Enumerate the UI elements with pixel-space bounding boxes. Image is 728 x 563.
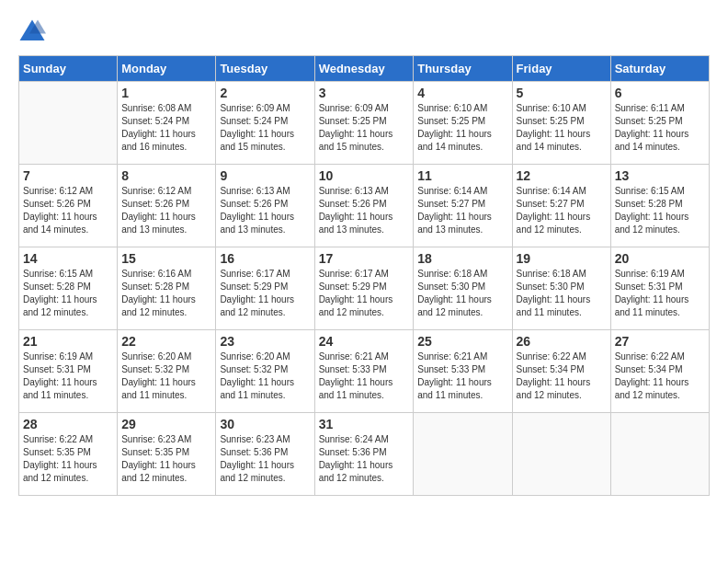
day-number: 26 bbox=[517, 334, 607, 349]
day-number: 8 bbox=[121, 168, 211, 183]
day-number: 4 bbox=[417, 86, 507, 100]
calendar-cell: 26Sunrise: 6:22 AM Sunset: 5:34 PM Dayli… bbox=[512, 330, 610, 413]
day-number: 25 bbox=[417, 334, 507, 349]
calendar-cell bbox=[414, 413, 512, 496]
day-number: 1 bbox=[121, 86, 211, 100]
day-info: Sunrise: 6:21 AM Sunset: 5:33 PM Dayligh… bbox=[319, 350, 410, 402]
day-number: 3 bbox=[319, 86, 410, 100]
calendar-cell: 25Sunrise: 6:21 AM Sunset: 5:33 PM Dayli… bbox=[414, 330, 512, 413]
logo bbox=[18, 18, 50, 46]
day-info: Sunrise: 6:13 AM Sunset: 5:26 PM Dayligh… bbox=[319, 185, 410, 236]
page-header bbox=[18, 18, 710, 46]
day-number: 20 bbox=[615, 251, 705, 266]
day-info: Sunrise: 6:22 AM Sunset: 5:34 PM Dayligh… bbox=[517, 350, 607, 402]
day-number: 31 bbox=[319, 417, 410, 431]
day-info: Sunrise: 6:21 AM Sunset: 5:33 PM Dayligh… bbox=[417, 350, 507, 402]
calendar-cell: 5Sunrise: 6:10 AM Sunset: 5:25 PM Daylig… bbox=[512, 82, 610, 165]
day-info: Sunrise: 6:19 AM Sunset: 5:31 PM Dayligh… bbox=[23, 350, 113, 402]
calendar-cell: 2Sunrise: 6:09 AM Sunset: 5:24 PM Daylig… bbox=[216, 82, 314, 165]
day-info: Sunrise: 6:17 AM Sunset: 5:29 PM Dayligh… bbox=[220, 268, 310, 319]
day-info: Sunrise: 6:17 AM Sunset: 5:29 PM Dayligh… bbox=[319, 268, 410, 319]
day-number: 6 bbox=[615, 86, 705, 100]
day-info: Sunrise: 6:23 AM Sunset: 5:35 PM Dayligh… bbox=[121, 433, 211, 485]
day-number: 7 bbox=[23, 168, 113, 183]
calendar-cell: 31Sunrise: 6:24 AM Sunset: 5:36 PM Dayli… bbox=[314, 413, 414, 496]
day-info: Sunrise: 6:24 AM Sunset: 5:36 PM Dayligh… bbox=[319, 433, 410, 485]
calendar-cell: 12Sunrise: 6:14 AM Sunset: 5:27 PM Dayli… bbox=[512, 165, 610, 247]
header-day-friday: Friday bbox=[512, 56, 610, 82]
calendar-cell: 24Sunrise: 6:21 AM Sunset: 5:33 PM Dayli… bbox=[314, 330, 414, 413]
day-info: Sunrise: 6:12 AM Sunset: 5:26 PM Dayligh… bbox=[121, 185, 211, 236]
calendar-week-4: 21Sunrise: 6:19 AM Sunset: 5:31 PM Dayli… bbox=[19, 330, 710, 413]
calendar-cell: 29Sunrise: 6:23 AM Sunset: 5:35 PM Dayli… bbox=[118, 413, 216, 496]
day-info: Sunrise: 6:22 AM Sunset: 5:35 PM Dayligh… bbox=[23, 433, 113, 485]
calendar-cell: 18Sunrise: 6:18 AM Sunset: 5:30 PM Dayli… bbox=[414, 247, 512, 330]
calendar-header: SundayMondayTuesdayWednesdayThursdayFrid… bbox=[19, 56, 710, 82]
day-info: Sunrise: 6:15 AM Sunset: 5:28 PM Dayligh… bbox=[23, 268, 113, 319]
day-info: Sunrise: 6:18 AM Sunset: 5:30 PM Dayligh… bbox=[517, 268, 607, 319]
day-number: 28 bbox=[23, 417, 113, 431]
day-number: 22 bbox=[121, 334, 211, 349]
day-number: 30 bbox=[220, 417, 310, 431]
calendar-cell: 20Sunrise: 6:19 AM Sunset: 5:31 PM Dayli… bbox=[610, 247, 709, 330]
calendar-week-2: 7Sunrise: 6:12 AM Sunset: 5:26 PM Daylig… bbox=[19, 165, 710, 247]
calendar-cell: 10Sunrise: 6:13 AM Sunset: 5:26 PM Dayli… bbox=[314, 165, 414, 247]
day-number: 23 bbox=[220, 334, 310, 349]
day-number: 19 bbox=[517, 251, 607, 266]
day-number: 24 bbox=[319, 334, 410, 349]
day-number: 29 bbox=[121, 417, 211, 431]
calendar-cell: 4Sunrise: 6:10 AM Sunset: 5:25 PM Daylig… bbox=[414, 82, 512, 165]
day-info: Sunrise: 6:23 AM Sunset: 5:36 PM Dayligh… bbox=[220, 433, 310, 485]
day-info: Sunrise: 6:15 AM Sunset: 5:28 PM Dayligh… bbox=[615, 185, 705, 236]
calendar-body: 1Sunrise: 6:08 AM Sunset: 5:24 PM Daylig… bbox=[19, 82, 710, 496]
calendar-cell: 22Sunrise: 6:20 AM Sunset: 5:32 PM Dayli… bbox=[118, 330, 216, 413]
calendar-cell: 9Sunrise: 6:13 AM Sunset: 5:26 PM Daylig… bbox=[216, 165, 314, 247]
day-info: Sunrise: 6:10 AM Sunset: 5:25 PM Dayligh… bbox=[417, 102, 507, 154]
day-info: Sunrise: 6:14 AM Sunset: 5:27 PM Dayligh… bbox=[517, 185, 607, 236]
calendar-cell: 16Sunrise: 6:17 AM Sunset: 5:29 PM Dayli… bbox=[216, 247, 314, 330]
calendar-cell: 1Sunrise: 6:08 AM Sunset: 5:24 PM Daylig… bbox=[118, 82, 216, 165]
calendar-cell bbox=[512, 413, 610, 496]
header-day-sunday: Sunday bbox=[19, 56, 118, 82]
calendar-cell bbox=[610, 413, 709, 496]
calendar-cell bbox=[19, 82, 118, 165]
day-number: 11 bbox=[417, 168, 507, 183]
header-day-saturday: Saturday bbox=[610, 56, 709, 82]
logo-icon bbox=[18, 18, 46, 46]
calendar-cell: 6Sunrise: 6:11 AM Sunset: 5:25 PM Daylig… bbox=[610, 82, 709, 165]
day-info: Sunrise: 6:18 AM Sunset: 5:30 PM Dayligh… bbox=[417, 268, 507, 319]
calendar-cell: 28Sunrise: 6:22 AM Sunset: 5:35 PM Dayli… bbox=[19, 413, 118, 496]
day-info: Sunrise: 6:20 AM Sunset: 5:32 PM Dayligh… bbox=[121, 350, 211, 402]
calendar-cell: 3Sunrise: 6:09 AM Sunset: 5:25 PM Daylig… bbox=[314, 82, 414, 165]
calendar-cell: 7Sunrise: 6:12 AM Sunset: 5:26 PM Daylig… bbox=[19, 165, 118, 247]
day-info: Sunrise: 6:22 AM Sunset: 5:34 PM Dayligh… bbox=[615, 350, 705, 402]
calendar-week-5: 28Sunrise: 6:22 AM Sunset: 5:35 PM Dayli… bbox=[19, 413, 710, 496]
header-row: SundayMondayTuesdayWednesdayThursdayFrid… bbox=[19, 56, 710, 82]
header-day-tuesday: Tuesday bbox=[216, 56, 314, 82]
day-number: 14 bbox=[23, 251, 113, 266]
calendar-week-3: 14Sunrise: 6:15 AM Sunset: 5:28 PM Dayli… bbox=[19, 247, 710, 330]
day-info: Sunrise: 6:16 AM Sunset: 5:28 PM Dayligh… bbox=[121, 268, 211, 319]
calendar-cell: 21Sunrise: 6:19 AM Sunset: 5:31 PM Dayli… bbox=[19, 330, 118, 413]
calendar-cell: 30Sunrise: 6:23 AM Sunset: 5:36 PM Dayli… bbox=[216, 413, 314, 496]
day-number: 5 bbox=[517, 86, 607, 100]
calendar-cell: 14Sunrise: 6:15 AM Sunset: 5:28 PM Dayli… bbox=[19, 247, 118, 330]
calendar-cell: 15Sunrise: 6:16 AM Sunset: 5:28 PM Dayli… bbox=[118, 247, 216, 330]
day-info: Sunrise: 6:12 AM Sunset: 5:26 PM Dayligh… bbox=[23, 185, 113, 236]
day-info: Sunrise: 6:20 AM Sunset: 5:32 PM Dayligh… bbox=[220, 350, 310, 402]
calendar-cell: 8Sunrise: 6:12 AM Sunset: 5:26 PM Daylig… bbox=[118, 165, 216, 247]
day-number: 27 bbox=[615, 334, 705, 349]
header-day-thursday: Thursday bbox=[414, 56, 512, 82]
day-number: 13 bbox=[615, 168, 705, 183]
calendar-cell: 19Sunrise: 6:18 AM Sunset: 5:30 PM Dayli… bbox=[512, 247, 610, 330]
day-number: 16 bbox=[220, 251, 310, 266]
day-number: 9 bbox=[220, 168, 310, 183]
day-info: Sunrise: 6:10 AM Sunset: 5:25 PM Dayligh… bbox=[517, 102, 607, 154]
day-info: Sunrise: 6:13 AM Sunset: 5:26 PM Dayligh… bbox=[220, 185, 310, 236]
day-number: 15 bbox=[121, 251, 211, 266]
day-info: Sunrise: 6:11 AM Sunset: 5:25 PM Dayligh… bbox=[615, 102, 705, 154]
calendar-cell: 27Sunrise: 6:22 AM Sunset: 5:34 PM Dayli… bbox=[610, 330, 709, 413]
header-day-monday: Monday bbox=[118, 56, 216, 82]
day-info: Sunrise: 6:14 AM Sunset: 5:27 PM Dayligh… bbox=[417, 185, 507, 236]
calendar-cell: 11Sunrise: 6:14 AM Sunset: 5:27 PM Dayli… bbox=[414, 165, 512, 247]
